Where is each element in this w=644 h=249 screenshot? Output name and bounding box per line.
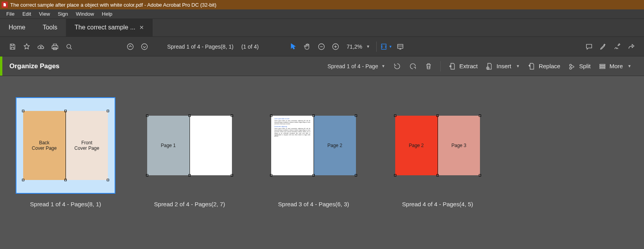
save-icon[interactable] — [5, 40, 20, 54]
tab-tools[interactable]: Tools — [34, 18, 66, 36]
spread-page[interactable]: Page 1 — [147, 116, 232, 175]
hand-tool-icon[interactable] — [300, 40, 314, 54]
zoom-level[interactable]: 71,2% ▼ — [347, 44, 370, 50]
resize-handle[interactable] — [107, 110, 109, 112]
tab-document-label: The correct sample ... — [75, 24, 135, 31]
replace-button[interactable]: Replace — [524, 59, 564, 73]
resize-handle[interactable] — [22, 110, 24, 112]
close-icon[interactable]: ✕ — [139, 24, 144, 31]
read-mode-icon[interactable] — [393, 40, 407, 54]
resize-handle[interactable] — [64, 110, 67, 112]
menu-view[interactable]: View — [35, 9, 54, 19]
resize-handle[interactable] — [355, 174, 357, 176]
zoom-out-icon[interactable] — [314, 40, 328, 54]
page-up-icon[interactable] — [123, 40, 137, 54]
spread-thumbnail[interactable]: Lorem ipsum dolor sit ametLorem ipsum do… — [264, 97, 363, 194]
extract-label: Extract — [460, 63, 478, 69]
spread-indicator[interactable]: Spread 1 of 4 - Pages(8, 1) — [167, 44, 234, 50]
resize-handle[interactable] — [394, 174, 396, 176]
rotate-cw-button[interactable] — [405, 59, 421, 73]
spread-page[interactable]: Lorem ipsum dolor sit ametLorem ipsum do… — [271, 116, 356, 175]
menu-sign[interactable]: Sign — [54, 9, 72, 19]
spread-thumbnail[interactable]: Page 2Page 3 — [388, 97, 487, 194]
resize-handle[interactable] — [479, 115, 481, 117]
page-half-left: Page 2 — [395, 116, 438, 175]
more-button[interactable]: More ▼ — [595, 59, 635, 73]
extract-button[interactable]: Extract — [445, 59, 482, 73]
page-label-line: Page 2 — [327, 143, 342, 148]
menu-window[interactable]: Window — [72, 9, 98, 19]
spread-page[interactable]: Page 2Page 3 — [395, 116, 480, 175]
zoom-in-icon[interactable] — [328, 40, 343, 54]
comment-icon[interactable] — [582, 40, 596, 54]
spread-page[interactable]: BackCover PageFrontCover Page — [23, 111, 108, 180]
chevron-down-icon: ▼ — [366, 44, 370, 49]
spread-3[interactable]: Lorem ipsum dolor sit ametLorem ipsum do… — [264, 97, 363, 207]
spread-1[interactable]: BackCover PageFrontCover PageSpread 1 of… — [16, 97, 115, 207]
insert-button[interactable]: Insert ▼ — [482, 59, 524, 73]
fit-width-icon[interactable]: ▼ — [379, 40, 393, 54]
page-half-left: Lorem ipsum dolor sit ametLorem ipsum do… — [271, 116, 314, 175]
resize-handle[interactable] — [270, 174, 272, 176]
share-icon[interactable] — [624, 40, 639, 54]
svg-rect-11 — [600, 66, 605, 67]
separator — [440, 61, 441, 71]
resize-handle[interactable] — [436, 174, 439, 176]
window-title: The correct sample after place a object … — [10, 2, 216, 8]
spread-dropdown-label: Spread 1 of 4 - Page — [327, 63, 378, 69]
menu-help[interactable]: Help — [98, 9, 117, 19]
resize-handle[interactable] — [146, 115, 148, 117]
resize-handle[interactable] — [188, 174, 191, 176]
resize-handle[interactable] — [22, 179, 24, 181]
svg-point-9 — [569, 67, 571, 69]
resize-handle[interactable] — [436, 115, 439, 117]
tab-document[interactable]: The correct sample ... ✕ — [66, 18, 153, 36]
spread-thumbnail[interactable]: Page 1 — [140, 97, 239, 194]
organize-pages-title: Organize Pages — [9, 62, 60, 70]
page-half-left: Page 1 — [147, 116, 190, 175]
resize-handle[interactable] — [355, 115, 357, 117]
spread-dropdown[interactable]: Spread 1 of 4 - Page ▼ — [327, 63, 385, 69]
rotate-ccw-button[interactable] — [389, 59, 405, 73]
spread-thumbnail[interactable]: BackCover PageFrontCover Page — [16, 97, 115, 194]
resize-handle[interactable] — [312, 115, 315, 117]
resize-handle[interactable] — [394, 115, 396, 117]
cloud-upload-icon[interactable] — [34, 40, 48, 54]
tab-home[interactable]: Home — [0, 18, 34, 36]
page-label-line: Back — [39, 140, 49, 145]
spread-2[interactable]: Page 1Spread 2 of 4 - Pages(2, 7) — [140, 97, 239, 207]
resize-handle[interactable] — [64, 179, 67, 181]
resize-handle[interactable] — [231, 115, 233, 117]
resize-handle[interactable] — [188, 115, 191, 117]
star-icon[interactable] — [20, 40, 34, 54]
page-down-icon[interactable] — [137, 40, 151, 54]
select-tool-icon[interactable] — [286, 40, 300, 54]
print-icon[interactable] — [48, 40, 62, 54]
delete-button[interactable] — [421, 59, 436, 73]
resize-handle[interactable] — [107, 179, 109, 181]
resize-handle[interactable] — [231, 174, 233, 176]
page-label-line: Cover Page — [75, 145, 99, 151]
sign-icon[interactable] — [610, 40, 624, 54]
spread-caption: Spread 3 of 4 - Pages(6, 3) — [278, 201, 349, 207]
search-icon[interactable] — [62, 40, 76, 54]
thumbnails-area: BackCover PageFrontCover PageSpread 1 of… — [0, 76, 644, 229]
svg-rect-6 — [398, 44, 403, 48]
resize-handle[interactable] — [270, 115, 272, 117]
page-of-indicator: (1 of 4) — [241, 44, 259, 50]
document-text-preview: Lorem ipsum dolor sit ametLorem ipsum do… — [271, 116, 314, 140]
resize-handle[interactable] — [479, 174, 481, 176]
page-half-right: FrontCover Page — [66, 111, 108, 180]
highlight-icon[interactable] — [596, 40, 610, 54]
menu-file[interactable]: File — [2, 9, 18, 19]
title-bar: The correct sample after place a object … — [0, 0, 644, 9]
split-button[interactable]: Split — [564, 59, 595, 73]
resize-handle[interactable] — [312, 174, 315, 176]
menu-bar: File Edit View Sign Window Help — [0, 9, 644, 19]
page-label-line: Page 2 — [409, 143, 424, 148]
svg-point-0 — [67, 44, 71, 48]
resize-handle[interactable] — [146, 174, 148, 176]
main-toolbar: Spread 1 of 4 - Pages(8, 1) (1 of 4) 71,… — [0, 37, 644, 56]
spread-4[interactable]: Page 2Page 3Spread 4 of 4 - Pages(4, 5) — [388, 97, 487, 207]
menu-edit[interactable]: Edit — [18, 9, 35, 19]
